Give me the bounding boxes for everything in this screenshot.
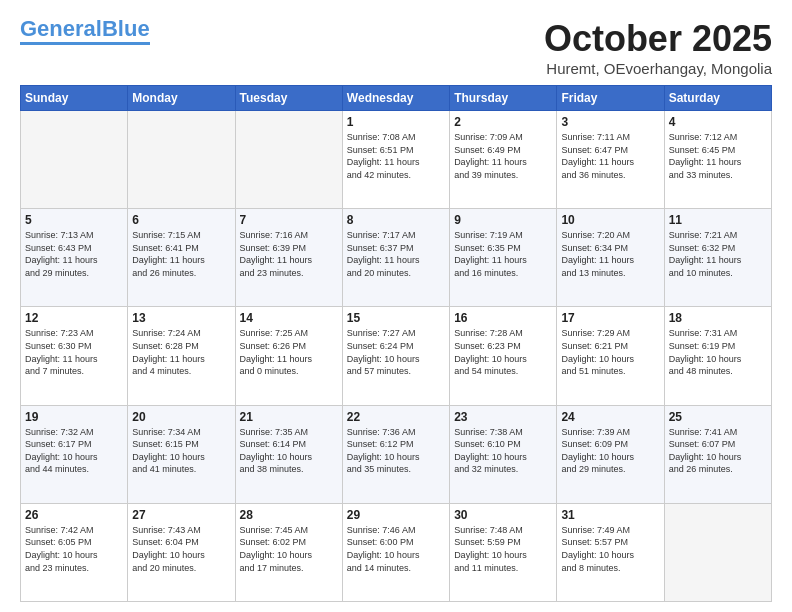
day-info: Sunrise: 7:20 AM Sunset: 6:34 PM Dayligh… [561,229,659,279]
calendar-cell: 3Sunrise: 7:11 AM Sunset: 6:47 PM Daylig… [557,111,664,209]
calendar-cell: 15Sunrise: 7:27 AM Sunset: 6:24 PM Dayli… [342,307,449,405]
calendar-cell: 20Sunrise: 7:34 AM Sunset: 6:15 PM Dayli… [128,405,235,503]
weekday-header: Sunday [21,86,128,111]
logo-general: General [20,16,102,41]
calendar-cell: 1Sunrise: 7:08 AM Sunset: 6:51 PM Daylig… [342,111,449,209]
day-number: 2 [454,115,552,129]
day-number: 31 [561,508,659,522]
day-info: Sunrise: 7:21 AM Sunset: 6:32 PM Dayligh… [669,229,767,279]
calendar-week-row: 12Sunrise: 7:23 AM Sunset: 6:30 PM Dayli… [21,307,772,405]
day-info: Sunrise: 7:09 AM Sunset: 6:49 PM Dayligh… [454,131,552,181]
calendar-cell: 29Sunrise: 7:46 AM Sunset: 6:00 PM Dayli… [342,503,449,601]
day-number: 29 [347,508,445,522]
day-number: 26 [25,508,123,522]
day-info: Sunrise: 7:15 AM Sunset: 6:41 PM Dayligh… [132,229,230,279]
day-number: 13 [132,311,230,325]
day-info: Sunrise: 7:08 AM Sunset: 6:51 PM Dayligh… [347,131,445,181]
day-number: 5 [25,213,123,227]
day-info: Sunrise: 7:24 AM Sunset: 6:28 PM Dayligh… [132,327,230,377]
calendar-cell: 11Sunrise: 7:21 AM Sunset: 6:32 PM Dayli… [664,209,771,307]
day-number: 25 [669,410,767,424]
day-info: Sunrise: 7:42 AM Sunset: 6:05 PM Dayligh… [25,524,123,574]
logo-blue: Blue [102,16,150,41]
day-info: Sunrise: 7:23 AM Sunset: 6:30 PM Dayligh… [25,327,123,377]
calendar-cell: 21Sunrise: 7:35 AM Sunset: 6:14 PM Dayli… [235,405,342,503]
weekday-header: Saturday [664,86,771,111]
calendar-cell: 7Sunrise: 7:16 AM Sunset: 6:39 PM Daylig… [235,209,342,307]
calendar-cell [128,111,235,209]
calendar-cell [21,111,128,209]
calendar-cell: 28Sunrise: 7:45 AM Sunset: 6:02 PM Dayli… [235,503,342,601]
calendar-cell: 8Sunrise: 7:17 AM Sunset: 6:37 PM Daylig… [342,209,449,307]
day-info: Sunrise: 7:35 AM Sunset: 6:14 PM Dayligh… [240,426,338,476]
day-number: 16 [454,311,552,325]
page: GeneralBlue October 2025 Huremt, OEvoerh… [0,0,792,612]
calendar-cell: 12Sunrise: 7:23 AM Sunset: 6:30 PM Dayli… [21,307,128,405]
day-number: 3 [561,115,659,129]
day-number: 19 [25,410,123,424]
day-number: 22 [347,410,445,424]
weekday-header: Tuesday [235,86,342,111]
weekday-header: Wednesday [342,86,449,111]
day-info: Sunrise: 7:12 AM Sunset: 6:45 PM Dayligh… [669,131,767,181]
day-number: 1 [347,115,445,129]
calendar-cell: 17Sunrise: 7:29 AM Sunset: 6:21 PM Dayli… [557,307,664,405]
calendar-cell: 19Sunrise: 7:32 AM Sunset: 6:17 PM Dayli… [21,405,128,503]
calendar-cell: 14Sunrise: 7:25 AM Sunset: 6:26 PM Dayli… [235,307,342,405]
day-info: Sunrise: 7:27 AM Sunset: 6:24 PM Dayligh… [347,327,445,377]
logo-underline [20,42,150,45]
day-info: Sunrise: 7:39 AM Sunset: 6:09 PM Dayligh… [561,426,659,476]
logo: GeneralBlue [20,18,150,45]
calendar-cell: 31Sunrise: 7:49 AM Sunset: 5:57 PM Dayli… [557,503,664,601]
day-number: 23 [454,410,552,424]
calendar-cell: 18Sunrise: 7:31 AM Sunset: 6:19 PM Dayli… [664,307,771,405]
day-info: Sunrise: 7:13 AM Sunset: 6:43 PM Dayligh… [25,229,123,279]
calendar-cell: 10Sunrise: 7:20 AM Sunset: 6:34 PM Dayli… [557,209,664,307]
day-number: 18 [669,311,767,325]
day-info: Sunrise: 7:31 AM Sunset: 6:19 PM Dayligh… [669,327,767,377]
day-info: Sunrise: 7:32 AM Sunset: 6:17 PM Dayligh… [25,426,123,476]
title-block: October 2025 Huremt, OEvoerhangay, Mongo… [544,18,772,77]
day-info: Sunrise: 7:46 AM Sunset: 6:00 PM Dayligh… [347,524,445,574]
day-info: Sunrise: 7:11 AM Sunset: 6:47 PM Dayligh… [561,131,659,181]
weekday-header: Monday [128,86,235,111]
calendar-cell: 24Sunrise: 7:39 AM Sunset: 6:09 PM Dayli… [557,405,664,503]
day-number: 11 [669,213,767,227]
day-info: Sunrise: 7:45 AM Sunset: 6:02 PM Dayligh… [240,524,338,574]
calendar-cell: 4Sunrise: 7:12 AM Sunset: 6:45 PM Daylig… [664,111,771,209]
day-number: 12 [25,311,123,325]
month-title: October 2025 [544,18,772,60]
day-number: 20 [132,410,230,424]
day-number: 7 [240,213,338,227]
day-number: 17 [561,311,659,325]
day-number: 9 [454,213,552,227]
day-number: 10 [561,213,659,227]
day-info: Sunrise: 7:19 AM Sunset: 6:35 PM Dayligh… [454,229,552,279]
weekday-header: Thursday [450,86,557,111]
day-info: Sunrise: 7:17 AM Sunset: 6:37 PM Dayligh… [347,229,445,279]
calendar-cell: 22Sunrise: 7:36 AM Sunset: 6:12 PM Dayli… [342,405,449,503]
day-info: Sunrise: 7:49 AM Sunset: 5:57 PM Dayligh… [561,524,659,574]
day-number: 28 [240,508,338,522]
day-number: 27 [132,508,230,522]
day-info: Sunrise: 7:28 AM Sunset: 6:23 PM Dayligh… [454,327,552,377]
calendar-week-row: 19Sunrise: 7:32 AM Sunset: 6:17 PM Dayli… [21,405,772,503]
weekday-header-row: SundayMondayTuesdayWednesdayThursdayFrid… [21,86,772,111]
weekday-header: Friday [557,86,664,111]
logo-text: GeneralBlue [20,18,150,40]
calendar-week-row: 1Sunrise: 7:08 AM Sunset: 6:51 PM Daylig… [21,111,772,209]
calendar-cell: 26Sunrise: 7:42 AM Sunset: 6:05 PM Dayli… [21,503,128,601]
calendar-week-row: 26Sunrise: 7:42 AM Sunset: 6:05 PM Dayli… [21,503,772,601]
calendar-week-row: 5Sunrise: 7:13 AM Sunset: 6:43 PM Daylig… [21,209,772,307]
day-number: 15 [347,311,445,325]
calendar-cell: 25Sunrise: 7:41 AM Sunset: 6:07 PM Dayli… [664,405,771,503]
day-number: 4 [669,115,767,129]
calendar-cell: 13Sunrise: 7:24 AM Sunset: 6:28 PM Dayli… [128,307,235,405]
calendar-cell: 23Sunrise: 7:38 AM Sunset: 6:10 PM Dayli… [450,405,557,503]
calendar: SundayMondayTuesdayWednesdayThursdayFrid… [20,85,772,602]
calendar-cell: 2Sunrise: 7:09 AM Sunset: 6:49 PM Daylig… [450,111,557,209]
day-info: Sunrise: 7:25 AM Sunset: 6:26 PM Dayligh… [240,327,338,377]
calendar-cell [664,503,771,601]
day-info: Sunrise: 7:16 AM Sunset: 6:39 PM Dayligh… [240,229,338,279]
day-number: 6 [132,213,230,227]
